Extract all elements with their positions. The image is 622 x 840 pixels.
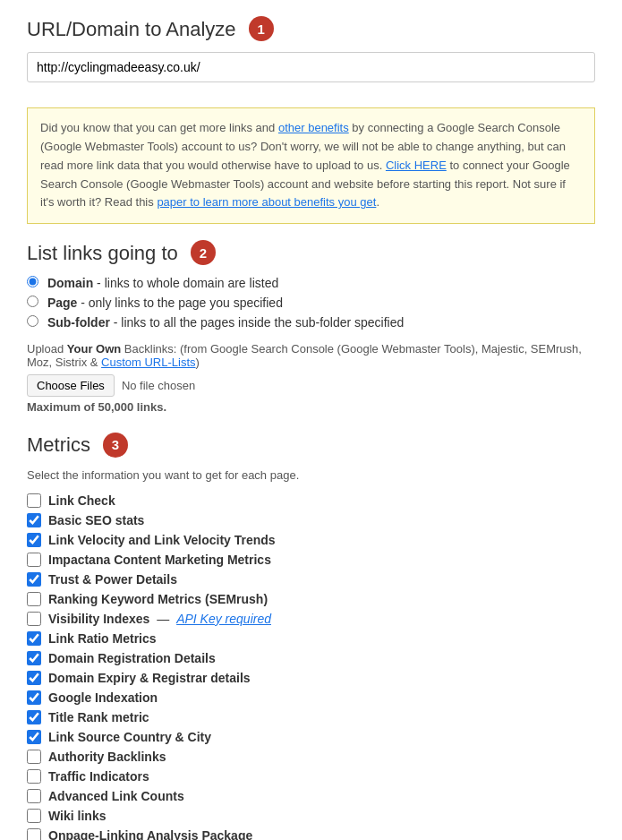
metric-ranking-keyword-checkbox[interactable] <box>27 592 41 606</box>
metric-wiki-links: Wiki links <box>27 806 595 826</box>
info-link-paper[interactable]: paper to learn more about benefits you g… <box>157 195 376 209</box>
metric-ranking-keyword-label: Ranking Keyword Metrics (SEMrush) <box>48 592 268 606</box>
radio-page[interactable]: Page - only links to the page you specif… <box>27 296 595 310</box>
radio-domain-label-bold: Domain <box>47 276 93 290</box>
metric-trust-power: Trust & Power Details <box>27 570 595 589</box>
metric-onpage-linking: Onpage-Linking Analysis Package <box>27 826 595 840</box>
metric-google-indexation-checkbox[interactable] <box>27 690 41 705</box>
metric-traffic-indicators-checkbox[interactable] <box>27 769 41 784</box>
metric-traffic-indicators-label: Traffic Indicators <box>48 769 149 784</box>
metric-link-velocity-label: Link Velocity and Link Velocity Trends <box>48 533 276 547</box>
step2-badge: 2 <box>191 240 216 265</box>
upload-label: Upload <box>27 342 67 356</box>
upload-custom-url-link[interactable]: Custom URL-Lists <box>101 356 195 369</box>
step1-badge: 1 <box>249 16 274 41</box>
metric-impactana-checkbox[interactable] <box>27 553 41 567</box>
radio-subfolder-label-bold: Sub-folder <box>47 315 110 330</box>
metric-visibility-indexes-checkbox[interactable] <box>27 612 41 626</box>
metric-advanced-link-counts-checkbox[interactable] <box>27 789 41 803</box>
metric-visibility-indexes-label: Visibility Indexes <box>48 612 149 626</box>
metric-link-source-country-label: Link Source Country & City <box>48 730 211 744</box>
api-key-note: API Key required <box>176 612 271 626</box>
info-text-end: . <box>376 195 379 209</box>
info-link-other-benefits[interactable]: other benefits <box>278 121 349 134</box>
choose-files-button[interactable]: Choose Files <box>27 374 115 397</box>
metric-traffic-indicators: Traffic Indicators <box>27 767 595 786</box>
metric-ranking-keyword: Ranking Keyword Metrics (SEMrush) <box>27 589 595 609</box>
metric-authority-backlinks-checkbox[interactable] <box>27 750 41 764</box>
url-input[interactable] <box>27 52 595 82</box>
no-file-chosen: No file chosen <box>122 379 195 392</box>
metric-onpage-linking-checkbox[interactable] <box>27 828 41 840</box>
radio-page-input[interactable] <box>27 296 38 307</box>
metric-authority-backlinks-label: Authority Backlinks <box>48 750 166 764</box>
radio-domain-label-rest: - links to whole domain are listed <box>93 276 278 290</box>
metric-domain-expiry: Domain Expiry & Registrar details <box>27 668 595 688</box>
page-title: URL/Domain to Analyze 1 <box>27 18 595 43</box>
info-box: Did you know that you can get more links… <box>27 107 595 224</box>
metric-visibility-indexes: Visibility Indexes — API Key required <box>27 609 595 629</box>
metric-link-check: Link Check <box>27 491 595 510</box>
radio-subfolder-input[interactable] <box>27 315 38 327</box>
metric-title-rank-label: Title Rank metric <box>48 710 149 724</box>
radio-page-label-rest: - only links to the page you specified <box>77 296 283 310</box>
metric-basic-seo-label: Basic SEO stats <box>48 513 144 527</box>
metric-link-ratio: Link Ratio Metrics <box>27 629 595 648</box>
max-links-label: Maximum of 50,000 links. <box>27 400 595 414</box>
metric-trust-power-checkbox[interactable] <box>27 572 41 587</box>
radio-page-label-bold: Page <box>47 296 77 310</box>
metric-advanced-link-counts: Advanced Link Counts <box>27 786 595 806</box>
metric-impactana: Impactana Content Marketing Metrics <box>27 550 595 570</box>
metric-basic-seo: Basic SEO stats <box>27 510 595 530</box>
metrics-title: Metrics 3 <box>27 433 595 459</box>
list-links-title: List links going to 2 <box>27 242 595 267</box>
metric-domain-registration-label: Domain Registration Details <box>48 651 216 665</box>
radio-subfolder[interactable]: Sub-folder - links to all the pages insi… <box>27 315 595 330</box>
metric-wiki-links-label: Wiki links <box>48 809 106 823</box>
metric-link-ratio-label: Link Ratio Metrics <box>48 631 157 646</box>
metric-trust-power-label: Trust & Power Details <box>48 572 177 587</box>
metric-title-rank-checkbox[interactable] <box>27 710 41 724</box>
metric-domain-registration-checkbox[interactable] <box>27 651 41 665</box>
api-key-link[interactable]: API Key required <box>176 612 271 626</box>
upload-link-end: ) <box>196 356 200 369</box>
step3-badge: 3 <box>103 433 128 458</box>
info-text-before-link1: Did you know that you can get more links… <box>40 121 278 134</box>
metric-title-rank: Title Rank metric <box>27 707 595 727</box>
upload-label2: Backlinks: <box>121 342 176 356</box>
metric-link-source-country: Link Source Country & City <box>27 727 595 747</box>
radio-domain-input[interactable] <box>27 276 38 287</box>
metric-domain-registration: Domain Registration Details <box>27 648 595 668</box>
metric-link-source-country-checkbox[interactable] <box>27 730 41 744</box>
upload-bold: Your Own <box>67 342 121 356</box>
metric-basic-seo-checkbox[interactable] <box>27 513 41 527</box>
metric-wiki-links-checkbox[interactable] <box>27 809 41 823</box>
metric-domain-expiry-label: Domain Expiry & Registrar details <box>48 671 251 685</box>
metric-advanced-link-counts-label: Advanced Link Counts <box>48 789 184 803</box>
info-link-click-here[interactable]: Click HERE <box>386 159 447 172</box>
radio-domain[interactable]: Domain - links to whole domain are liste… <box>27 276 595 290</box>
upload-section: Upload Your Own Backlinks: (from Google … <box>27 342 595 414</box>
metric-link-ratio-checkbox[interactable] <box>27 631 41 646</box>
metric-link-check-checkbox[interactable] <box>27 493 41 508</box>
metric-authority-backlinks: Authority Backlinks <box>27 747 595 767</box>
metric-domain-expiry-checkbox[interactable] <box>27 671 41 685</box>
metric-link-velocity: Link Velocity and Link Velocity Trends <box>27 530 595 550</box>
radio-subfolder-label-rest: - links to all the pages inside the sub-… <box>110 315 404 330</box>
metric-link-check-label: Link Check <box>48 493 115 508</box>
metric-google-indexation: Google Indexation <box>27 688 595 707</box>
visibility-em-dash: — <box>157 612 173 626</box>
metric-google-indexation-label: Google Indexation <box>48 690 158 705</box>
metrics-list: Link Check Basic SEO stats Link Velocity… <box>27 491 595 840</box>
metrics-description: Select the information you want to get f… <box>27 468 595 482</box>
metric-impactana-label: Impactana Content Marketing Metrics <box>48 553 271 567</box>
metric-onpage-linking-label: Onpage-Linking Analysis Package <box>48 828 252 840</box>
metric-link-velocity-checkbox[interactable] <box>27 533 41 547</box>
